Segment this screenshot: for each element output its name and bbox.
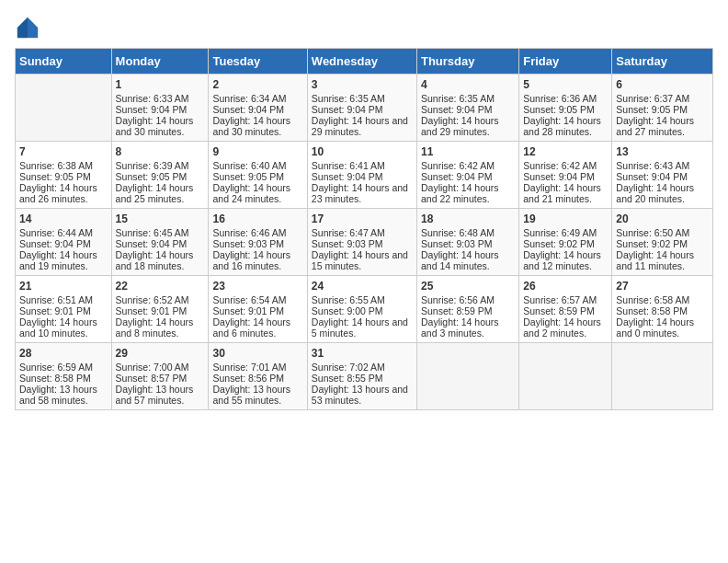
header-day-sunday: Sunday (16, 49, 112, 75)
day-info: Daylight: 14 hours and 12 minutes. (523, 249, 608, 271)
day-info: Daylight: 14 hours and 23 minutes. (312, 182, 413, 204)
logo-icon (15, 15, 40, 40)
day-info: Sunrise: 6:46 AM (212, 227, 302, 238)
day-info: Sunset: 8:57 PM (116, 373, 205, 384)
day-number: 28 (19, 347, 108, 360)
calendar-cell: 23Sunrise: 6:54 AMSunset: 9:01 PMDayligh… (209, 276, 307, 343)
calendar-cell: 29Sunrise: 7:00 AMSunset: 8:57 PMDayligh… (111, 343, 209, 410)
day-info: Sunset: 9:05 PM (19, 171, 108, 182)
day-info: Daylight: 14 hours and 6 minutes. (212, 316, 302, 339)
day-info: Sunset: 9:04 PM (421, 171, 515, 182)
calendar-cell: 21Sunrise: 6:51 AMSunset: 9:01 PMDayligh… (16, 276, 112, 343)
calendar-cell: 17Sunrise: 6:47 AMSunset: 9:03 PMDayligh… (307, 209, 416, 276)
week-row-1: 1Sunrise: 6:33 AMSunset: 9:04 PMDaylight… (16, 75, 713, 142)
day-number: 12 (523, 145, 608, 158)
day-info: Sunrise: 6:49 AM (523, 227, 608, 238)
calendar-cell: 20Sunrise: 6:50 AMSunset: 9:02 PMDayligh… (612, 209, 713, 276)
day-info: Sunset: 9:04 PM (19, 238, 108, 249)
day-info: Sunset: 8:58 PM (19, 373, 108, 384)
page-header (15, 15, 713, 40)
day-info: Daylight: 14 hours and 2 minutes. (523, 316, 608, 339)
day-info: Daylight: 14 hours and 11 minutes. (616, 249, 709, 271)
day-number: 26 (523, 280, 608, 293)
day-info: Sunset: 8:56 PM (212, 373, 302, 384)
day-number: 9 (212, 145, 302, 158)
week-row-5: 28Sunrise: 6:59 AMSunset: 8:58 PMDayligh… (16, 343, 713, 410)
day-number: 21 (19, 280, 108, 293)
calendar-cell: 3Sunrise: 6:35 AMSunset: 9:04 PMDaylight… (307, 75, 416, 142)
day-number: 2 (212, 78, 302, 91)
day-info: Sunrise: 6:56 AM (421, 294, 515, 305)
day-info: Daylight: 14 hours and 10 minutes. (19, 316, 108, 339)
day-info: Sunrise: 6:59 AM (19, 362, 108, 373)
day-number: 11 (421, 145, 515, 158)
calendar-header: SundayMondayTuesdayWednesdayThursdayFrid… (16, 49, 713, 75)
calendar-table: SundayMondayTuesdayWednesdayThursdayFrid… (15, 48, 713, 410)
day-number: 5 (523, 78, 608, 91)
calendar-cell: 13Sunrise: 6:43 AMSunset: 9:04 PMDayligh… (612, 142, 713, 209)
week-row-2: 7Sunrise: 6:38 AMSunset: 9:05 PMDaylight… (16, 142, 713, 209)
day-info: Sunset: 9:05 PM (116, 171, 205, 182)
day-info: Daylight: 14 hours and 28 minutes. (523, 115, 608, 137)
day-info: Daylight: 13 hours and 58 minutes. (19, 384, 108, 406)
calendar-cell: 4Sunrise: 6:35 AMSunset: 9:04 PMDaylight… (416, 75, 518, 142)
calendar-cell (416, 343, 518, 410)
day-info: Daylight: 14 hours and 3 minutes. (421, 316, 515, 339)
day-info: Daylight: 14 hours and 26 minutes. (19, 182, 108, 204)
day-info: Sunrise: 7:02 AM (312, 362, 413, 373)
calendar-cell: 6Sunrise: 6:37 AMSunset: 9:05 PMDaylight… (612, 75, 713, 142)
header-day-monday: Monday (111, 49, 209, 75)
day-info: Sunset: 9:02 PM (523, 238, 608, 249)
week-row-4: 21Sunrise: 6:51 AMSunset: 9:01 PMDayligh… (16, 276, 713, 343)
day-info: Sunset: 9:03 PM (421, 238, 515, 249)
day-info: Daylight: 14 hours and 5 minutes. (312, 316, 413, 339)
day-number: 7 (19, 145, 108, 158)
day-info: Sunrise: 6:51 AM (19, 294, 108, 305)
day-info: Sunrise: 6:39 AM (116, 160, 205, 171)
day-info: Daylight: 14 hours and 16 minutes. (212, 249, 302, 271)
calendar-cell: 16Sunrise: 6:46 AMSunset: 9:03 PMDayligh… (209, 209, 307, 276)
day-info: Sunrise: 6:40 AM (212, 160, 302, 171)
day-number: 8 (116, 145, 205, 158)
day-number: 29 (116, 347, 205, 360)
day-info: Sunset: 8:59 PM (523, 305, 608, 316)
day-info: Sunrise: 6:44 AM (19, 227, 108, 238)
day-info: Sunrise: 6:34 AM (212, 93, 302, 104)
svg-marker-1 (28, 28, 38, 38)
day-info: Sunrise: 6:57 AM (523, 294, 608, 305)
day-info: Daylight: 14 hours and 29 minutes. (312, 115, 413, 137)
day-number: 24 (312, 280, 413, 293)
week-row-3: 14Sunrise: 6:44 AMSunset: 9:04 PMDayligh… (16, 209, 713, 276)
day-info: Sunrise: 6:37 AM (616, 93, 709, 104)
day-number: 30 (212, 347, 302, 360)
day-info: Sunrise: 6:35 AM (421, 93, 515, 104)
calendar-cell: 19Sunrise: 6:49 AMSunset: 9:02 PMDayligh… (519, 209, 612, 276)
calendar-cell: 14Sunrise: 6:44 AMSunset: 9:04 PMDayligh… (16, 209, 112, 276)
day-info: Daylight: 14 hours and 18 minutes. (116, 249, 205, 271)
day-info: Daylight: 14 hours and 30 minutes. (212, 115, 302, 137)
day-info: Sunrise: 6:54 AM (212, 294, 302, 305)
svg-marker-0 (28, 17, 38, 28)
day-info: Daylight: 14 hours and 22 minutes. (421, 182, 515, 204)
day-number: 16 (212, 213, 302, 225)
day-number: 15 (116, 213, 205, 225)
calendar-cell (519, 343, 612, 410)
calendar-cell: 28Sunrise: 6:59 AMSunset: 8:58 PMDayligh… (16, 343, 112, 410)
calendar-cell: 26Sunrise: 6:57 AMSunset: 8:59 PMDayligh… (519, 276, 612, 343)
day-info: Daylight: 14 hours and 27 minutes. (616, 115, 709, 137)
calendar-cell: 2Sunrise: 6:34 AMSunset: 9:04 PMDaylight… (209, 75, 307, 142)
day-info: Daylight: 14 hours and 8 minutes. (116, 316, 205, 339)
day-number: 4 (421, 78, 515, 91)
svg-marker-2 (17, 17, 28, 38)
calendar-cell: 30Sunrise: 7:01 AMSunset: 8:56 PMDayligh… (209, 343, 307, 410)
day-number: 25 (421, 280, 515, 293)
calendar-body: 1Sunrise: 6:33 AMSunset: 9:04 PMDaylight… (16, 75, 713, 410)
day-info: Sunset: 9:04 PM (312, 104, 413, 115)
header-day-saturday: Saturday (612, 49, 713, 75)
day-info: Sunset: 8:58 PM (616, 305, 709, 316)
day-info: Sunrise: 6:48 AM (421, 227, 515, 238)
day-info: Sunrise: 6:52 AM (116, 294, 205, 305)
day-number: 23 (212, 280, 302, 293)
header-day-friday: Friday (519, 49, 612, 75)
calendar-cell: 5Sunrise: 6:36 AMSunset: 9:05 PMDaylight… (519, 75, 612, 142)
